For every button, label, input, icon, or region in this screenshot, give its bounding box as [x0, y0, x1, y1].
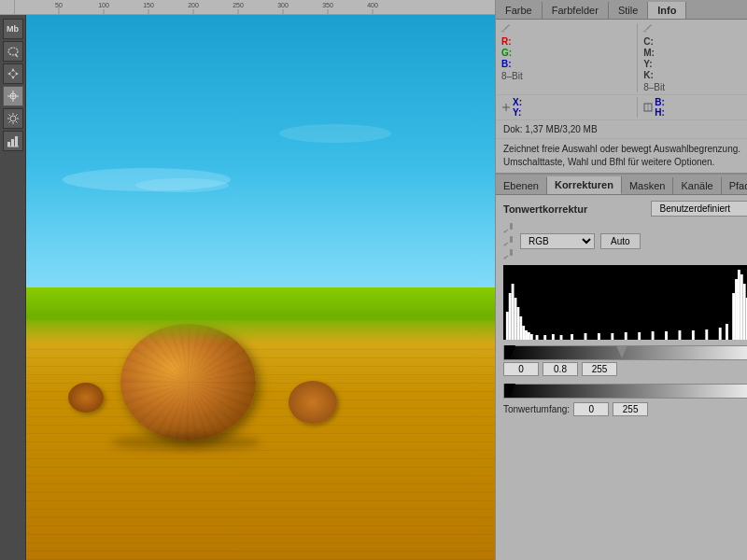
svg-rect-66 [514, 298, 517, 340]
svg-text:50: 50 [55, 2, 63, 8]
svg-text:250: 250 [233, 2, 244, 8]
tab-stile[interactable]: Stile [609, 2, 648, 19]
tonwertumfang-label: Tonwertumfang: [503, 404, 570, 414]
white-input[interactable] [582, 362, 617, 376]
svg-text:100: 100 [98, 2, 109, 8]
app-container: 50 100 150 200 250 300 350 400 [0, 0, 747, 560]
output-gradient-bar[interactable] [503, 384, 747, 399]
svg-text:200: 200 [188, 2, 199, 8]
ruler-corner [0, 0, 15, 15]
xy-coord: X: Y: [501, 97, 638, 118]
histogram [503, 265, 747, 340]
svg-rect-77 [571, 334, 573, 340]
photo-canvas[interactable] [15, 15, 495, 560]
tab-kanaele[interactable]: Kanäle [673, 177, 721, 194]
svg-rect-80 [611, 333, 613, 340]
preset-select[interactable]: Benutzerdefiniert [651, 201, 747, 217]
resize-icon [643, 103, 653, 112]
svg-rect-92 [738, 270, 740, 340]
canvas-wrapper: 50 100 150 200 250 300 350 400 [0, 0, 495, 560]
move-tool-button[interactable] [3, 63, 23, 84]
y-row: Y: [643, 59, 747, 69]
sun-tool-button[interactable] [3, 108, 23, 129]
bh-coord: B: H: [638, 97, 747, 118]
corrections-panel: Ebenen Korrekturen Masken Kanäle Pfade ≡ [496, 175, 747, 560]
eyedropper-group [503, 222, 514, 259]
tab-masken[interactable]: Masken [622, 177, 674, 194]
svg-rect-83 [652, 331, 655, 340]
output-slider: Tonwertumfang: [503, 384, 747, 416]
svg-line-40 [8, 115, 10, 117]
midpoint-handle[interactable] [616, 345, 627, 358]
svg-point-28 [8, 48, 18, 55]
svg-rect-54 [510, 223, 513, 230]
svg-rect-82 [638, 332, 641, 340]
svg-rect-65 [512, 284, 514, 340]
crosshair-tool-button[interactable] [3, 86, 23, 106]
svg-rect-93 [740, 274, 743, 340]
tab-pfade[interactable]: Pfade [722, 177, 747, 194]
rgb-section: R: G: B: 8–Bit [501, 23, 638, 92]
svg-rect-46 [15, 136, 18, 147]
black-input[interactable] [503, 362, 539, 376]
auto-button[interactable]: Auto [600, 233, 641, 249]
svg-rect-75 [552, 334, 555, 340]
m-row: M: [643, 48, 747, 58]
svg-rect-78 [585, 333, 587, 340]
svg-point-62 [504, 258, 506, 259]
channel-row: RGB Rot Grün Blau Auto [503, 222, 747, 259]
tab-korrekturen[interactable]: Korrekturen [547, 176, 622, 194]
svg-rect-91 [735, 279, 738, 340]
svg-rect-88 [719, 328, 722, 340]
svg-line-41 [16, 121, 18, 123]
doc-size: Dok: 1,37 MB/3,20 MB [496, 119, 747, 138]
svg-rect-87 [705, 329, 708, 340]
output-max-input[interactable] [613, 402, 648, 416]
b-row: B: [501, 59, 631, 69]
channel-select[interactable]: RGB Rot Grün Blau [520, 233, 595, 249]
svg-rect-45 [11, 139, 14, 147]
coords-section: X: Y: [496, 94, 747, 119]
tab-farbe[interactable]: Farbe [496, 2, 543, 19]
output-black-handle[interactable] [504, 384, 515, 397]
corrections-body: Tonwertkorrektur Benutzerdefiniert [496, 195, 747, 560]
svg-rect-84 [665, 331, 668, 340]
mb-tool-button[interactable]: Mb [3, 19, 23, 39]
svg-line-42 [16, 115, 18, 117]
mid-input[interactable] [543, 362, 578, 376]
tonwertumfang-row: Tonwertumfang: [503, 402, 747, 416]
svg-rect-44 [7, 142, 10, 147]
crosshair-icon [501, 103, 511, 112]
lasso-tool-button[interactable] [3, 41, 23, 62]
svg-rect-94 [743, 284, 746, 340]
tab-info[interactable]: Info [648, 2, 686, 19]
info-panel: Farbe Farbfelder Stile Info ≡ [496, 0, 747, 175]
svg-point-35 [10, 116, 16, 121]
svg-rect-60 [510, 249, 513, 256]
tone-gradient-bar[interactable] [503, 345, 747, 360]
c-row: C: [643, 36, 747, 47]
svg-point-48 [502, 31, 504, 33]
black-point-handle[interactable] [504, 345, 515, 358]
output-min-input[interactable] [573, 402, 609, 416]
svg-marker-31 [7, 72, 19, 76]
svg-rect-70 [525, 330, 528, 340]
svg-text:300: 300 [277, 2, 289, 8]
svg-line-43 [8, 121, 10, 123]
eyedropper-shadows-icon [503, 222, 514, 233]
svg-rect-76 [560, 335, 563, 340]
cmyk-bit: 8–Bit [643, 82, 747, 92]
svg-rect-74 [543, 335, 546, 340]
right-panel: Farbe Farbfelder Stile Info ≡ [495, 0, 747, 560]
info-values-grid: R: G: B: 8–Bit [496, 20, 747, 94]
svg-rect-67 [516, 307, 519, 340]
tab-farbfelder[interactable]: Farbfelder [543, 2, 609, 19]
rgb-bit: 8–Bit [501, 71, 631, 81]
svg-rect-68 [519, 316, 522, 340]
chart-tool-button[interactable] [3, 131, 23, 151]
svg-point-59 [504, 245, 506, 246]
tab-ebenen[interactable]: Ebenen [496, 177, 547, 194]
svg-rect-85 [679, 330, 682, 340]
svg-rect-57 [510, 236, 513, 243]
svg-text:400: 400 [367, 2, 378, 8]
